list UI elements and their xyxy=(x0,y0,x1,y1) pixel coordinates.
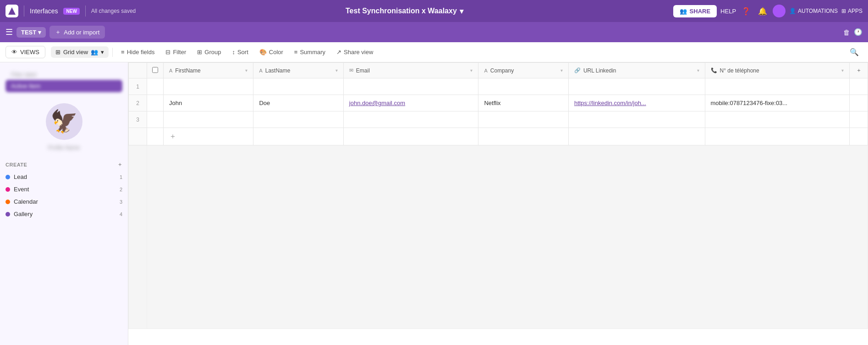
select-all-checkbox[interactable] xyxy=(152,67,158,73)
sort-icon: ↕ xyxy=(232,49,235,56)
help-icon-button[interactable]: ❓ xyxy=(740,5,753,17)
row-1-company[interactable] xyxy=(478,78,568,95)
app-logo xyxy=(5,5,18,17)
email-link[interactable]: john.doe@gmail.com xyxy=(349,100,405,106)
add-import-button[interactable]: ＋ Add or import xyxy=(49,26,105,39)
firstname-sort-icon: ▾ xyxy=(245,68,247,73)
row-2-phone[interactable]: mobile:0787123476-fixe:03... xyxy=(705,95,849,111)
filter-button[interactable]: ⊟ Filter xyxy=(161,46,191,58)
row-2-company[interactable]: Netflix xyxy=(478,95,568,111)
row-1-checkbox[interactable] xyxy=(147,78,164,95)
lastname-type-icon: A xyxy=(259,68,262,73)
history-button[interactable]: 🕐 xyxy=(854,28,863,36)
sidebar-active-item[interactable]: Active Item xyxy=(5,80,122,92)
sidebar-item-event[interactable]: Event 2 xyxy=(0,183,128,195)
row-2-checkbox[interactable] xyxy=(147,95,164,111)
linkedin-header-label: URL Linkedin xyxy=(583,67,616,74)
share-button[interactable]: 👥 SHARE xyxy=(673,5,717,17)
calendar-color-dot xyxy=(5,200,10,204)
top-header: Interfaces NEW All changes saved Test Sy… xyxy=(0,0,868,22)
group-button[interactable]: ⊞ Group xyxy=(192,46,225,58)
sort-button[interactable]: ↕ Sort xyxy=(227,46,253,58)
sidebar-item-event-left: Event xyxy=(5,186,29,193)
gallery-label: Gallery xyxy=(14,211,33,217)
grid-container[interactable]: A FirstName ▾ A LastName ▾ xyxy=(128,62,868,345)
page-title-text: Test Synchronisation x Waalaxy xyxy=(346,7,457,15)
share-label: SHARE xyxy=(690,8,711,15)
row-1-lastname[interactable] xyxy=(253,78,343,95)
th-email[interactable]: ✉ Email ▾ xyxy=(343,63,478,78)
add-row-cell5 xyxy=(568,128,705,145)
summary-button[interactable]: ≡ Summary xyxy=(290,46,330,58)
row-3-checkbox[interactable] xyxy=(147,111,164,128)
views-button[interactable]: 👁 VIEWS xyxy=(5,46,45,58)
color-button[interactable]: 🎨 Color xyxy=(255,46,288,58)
page-title: Test Synchronisation x Waalaxy ▾ xyxy=(141,7,667,16)
automations-button[interactable]: 👤 AUTOMATIONS xyxy=(789,8,838,14)
add-row-cell[interactable]: ＋ xyxy=(164,128,253,145)
sidebar-item-calendar[interactable]: Calendar 3 xyxy=(0,195,128,208)
sidebar-item-lead[interactable]: Lead 1 xyxy=(0,171,128,183)
filter-label: Filter xyxy=(173,49,186,56)
linkedin-link[interactable]: https://linkedin.com/in/joh... xyxy=(574,100,646,106)
empty-cell xyxy=(147,145,868,329)
add-row: ＋ xyxy=(129,128,868,145)
lastname-header-label: LastName xyxy=(265,67,291,74)
apps-label: APPS xyxy=(848,8,863,14)
search-button[interactable]: 🔍 xyxy=(846,46,863,58)
table-row: 1 xyxy=(129,78,868,95)
th-firstname[interactable]: A FirstName ▾ xyxy=(164,63,253,78)
help-button[interactable]: HELP xyxy=(720,8,736,15)
row-3-lastname[interactable] xyxy=(253,111,343,128)
th-lastname[interactable]: A LastName ▾ xyxy=(253,63,343,78)
row-3-company[interactable] xyxy=(478,111,568,128)
hide-fields-button[interactable]: ≡ Hide fields xyxy=(116,46,159,58)
row-1-email[interactable] xyxy=(343,78,478,95)
add-col-icon: ＋ xyxy=(856,67,862,73)
row-3-firstname[interactable] xyxy=(164,111,253,128)
sidebar-item-calendar-left: Calendar xyxy=(5,198,38,205)
share-people-icon: 👥 xyxy=(680,8,687,15)
calendar-label: Calendar xyxy=(14,198,38,205)
row-2-lastname[interactable]: Doe xyxy=(253,95,343,111)
workspace-selector[interactable]: TEST ▾ xyxy=(16,27,46,38)
add-row-cell4 xyxy=(478,128,568,145)
help-label: HELP xyxy=(720,8,736,15)
trash-button[interactable]: 🗑 xyxy=(843,28,850,36)
lastname-sort-icon: ▾ xyxy=(335,68,338,73)
email-header-label: Email xyxy=(356,67,370,74)
apps-button[interactable]: ⊞ APPS xyxy=(841,8,863,14)
avatar xyxy=(773,5,786,17)
row-3-phone[interactable] xyxy=(705,111,849,128)
notifications-button[interactable]: 🔔 xyxy=(756,5,769,17)
sidebar-item-gallery[interactable]: Gallery 4 xyxy=(0,208,128,220)
logo-icon xyxy=(8,7,16,15)
color-label: Color xyxy=(269,49,283,56)
email-sort-icon: ▾ xyxy=(470,68,472,73)
th-add-col[interactable]: ＋ xyxy=(850,63,868,78)
gridview-chevron-icon: ▾ xyxy=(101,49,104,56)
gridview-button[interactable]: ⊞ Grid view 👥 ▾ xyxy=(51,46,109,58)
row-1-linkedin[interactable] xyxy=(568,78,705,95)
header-actions: 👥 SHARE HELP ❓ 🔔 👤 AUTOMATIONS ⊞ APPS xyxy=(673,5,863,17)
gridview-label: Grid view xyxy=(63,49,88,56)
row-1-phone[interactable] xyxy=(705,78,849,95)
row-2-email[interactable]: john.doe@gmail.com xyxy=(343,95,478,111)
row-3-addcol xyxy=(850,111,868,128)
share-view-button[interactable]: ↗ Share view xyxy=(332,46,378,58)
row-3-email[interactable] xyxy=(343,111,478,128)
grid-icon: ⊞ xyxy=(55,49,60,56)
row-2-linkedin[interactable]: https://linkedin.com/in/joh... xyxy=(568,95,705,111)
header-divider xyxy=(24,6,24,17)
row-2-firstname[interactable]: John xyxy=(164,95,253,111)
th-phone[interactable]: 📞 N° de téléphone ▾ xyxy=(705,63,849,78)
th-linkedin[interactable]: 🔗 URL Linkedin ▾ xyxy=(568,63,705,78)
th-company[interactable]: A Company ▾ xyxy=(478,63,568,78)
add-row-cell2 xyxy=(253,128,343,145)
add-row-button[interactable]: ＋ xyxy=(169,132,176,140)
row-3-linkedin[interactable] xyxy=(568,111,705,128)
hamburger-button[interactable]: ☰ xyxy=(5,27,13,37)
sidebar-create-items: Lead 1 Event 2 Calendar 3 xyxy=(0,171,128,220)
new-badge: NEW xyxy=(63,8,79,15)
row-1-firstname[interactable] xyxy=(164,78,253,95)
